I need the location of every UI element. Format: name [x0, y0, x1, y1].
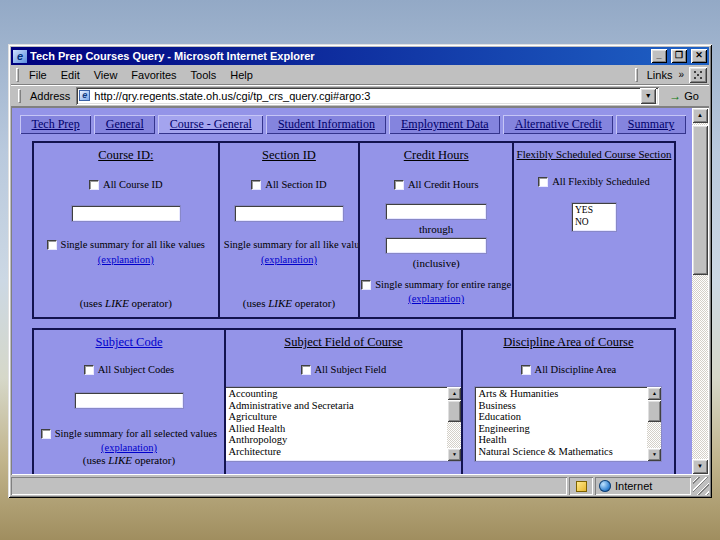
subject-code-input[interactable]	[75, 393, 183, 408]
list-option[interactable]: Agriculture	[228, 411, 447, 423]
go-button[interactable]: → Go	[663, 88, 705, 104]
discipline-area-options: Arts & HumanitiesBusinessEducationEngine…	[475, 387, 647, 461]
flexibly-scheduled-options: YESNO	[572, 203, 616, 231]
all-subject-field-checkbox[interactable]: All Subject Field	[301, 364, 387, 375]
flexibly-scheduled-listbox[interactable]: YESNO	[572, 203, 616, 231]
all-credit-hours-label: All Credit Hours	[408, 179, 479, 190]
list-option[interactable]: Allied Health	[228, 423, 447, 435]
subject-code-summary-label: Single summary for all selected values	[55, 428, 217, 439]
subject-code-heading-link[interactable]: Subject Code	[95, 335, 162, 350]
links-toolbar-label[interactable]: Links	[644, 67, 676, 83]
address-dropdown-button[interactable]: ▼	[640, 88, 656, 104]
close-button[interactable]: ✕	[691, 49, 707, 63]
checkbox-icon[interactable]	[538, 177, 548, 187]
list-option[interactable]: Natural Science & Mathematics	[478, 446, 647, 458]
discipline-area-listbox[interactable]: Arts & HumanitiesBusinessEducationEngine…	[475, 387, 661, 461]
course-id-like-note: (uses LIKE operator)	[80, 297, 172, 309]
addressbar-grip[interactable]	[18, 89, 21, 103]
tab-summary[interactable]: Summary	[616, 115, 686, 134]
subject-field-listbox[interactable]: AccountingAdministrative and SecretariaA…	[226, 387, 461, 461]
course-id-explanation-link[interactable]: (explanation)	[98, 254, 154, 265]
status-icon-segment	[569, 477, 593, 495]
section-id-input[interactable]	[235, 206, 343, 221]
scroll-thumb[interactable]	[647, 400, 661, 422]
minimize-button[interactable]: _	[651, 49, 667, 63]
page-icon: e	[79, 90, 90, 101]
list-option[interactable]: Arts & Humanities	[478, 388, 647, 400]
all-section-id-checkbox[interactable]: All Section ID	[251, 179, 326, 190]
maximize-button[interactable]: ❐	[671, 49, 687, 63]
list-option[interactable]: Anthropology	[228, 434, 447, 446]
scrollbar-thumb[interactable]	[692, 125, 708, 275]
menu-tools[interactable]: Tools	[184, 67, 224, 83]
credit-hours-to-input[interactable]	[386, 238, 486, 253]
checkbox-icon[interactable]	[301, 365, 311, 375]
resize-grip[interactable]	[693, 477, 709, 495]
tab-tech-prep[interactable]: Tech Prep	[20, 115, 91, 134]
list-option[interactable]: YES	[575, 204, 616, 216]
all-credit-hours-checkbox[interactable]: All Credit Hours	[394, 179, 479, 190]
subject-code-summary-checkbox[interactable]: Single summary for all selected values	[41, 428, 217, 439]
section-id-summary-checkbox[interactable]: Single summary for all like values	[220, 239, 361, 250]
checkbox-icon[interactable]	[521, 365, 531, 375]
course-id-summary-checkbox[interactable]: Single summary for all like values	[47, 239, 205, 250]
address-input[interactable]: e http://qry.regents.state.oh.us/cgi/tp_…	[76, 87, 659, 105]
section-id-explanation-link[interactable]: (explanation)	[261, 254, 317, 265]
scroll-down-icon[interactable]: ▼	[447, 448, 461, 461]
scroll-up-icon[interactable]: ▲	[692, 108, 708, 123]
credit-hours-summary-checkbox[interactable]: Single summary for entire range	[361, 279, 511, 290]
course-id-input[interactable]	[72, 206, 180, 221]
scroll-down-icon[interactable]: ▼	[647, 448, 661, 461]
menu-favorites[interactable]: Favorites	[124, 67, 183, 83]
scrollbar-track[interactable]	[692, 123, 708, 459]
address-url[interactable]: http://qry.regents.state.oh.us/cgi/tp_cr…	[94, 90, 636, 102]
credit-hours-from-input[interactable]	[386, 204, 486, 219]
tab-general[interactable]: General	[94, 115, 155, 134]
subject-code-explanation-link[interactable]: (explanation)	[101, 442, 157, 453]
menu-help[interactable]: Help	[223, 67, 260, 83]
chevron-right-icon[interactable]: »	[678, 69, 686, 80]
checkbox-icon[interactable]	[361, 280, 371, 290]
list-option[interactable]: Administrative and Secretaria	[228, 400, 447, 412]
tab-student-information[interactable]: Student Information	[266, 115, 386, 134]
checkbox-icon[interactable]	[84, 365, 94, 375]
discipline-area-scrollbar[interactable]: ▲ ▼	[647, 387, 661, 461]
list-option[interactable]: Architecture	[228, 446, 447, 458]
list-option[interactable]: Education	[478, 411, 647, 423]
subject-query-box: Subject Code All Subject Codes Single su…	[32, 328, 676, 474]
titlebar[interactable]: e Tech Prep Courses Query - Microsoft In…	[11, 47, 709, 65]
all-subject-codes-checkbox[interactable]: All Subject Codes	[84, 364, 174, 375]
scroll-up-icon[interactable]: ▲	[447, 387, 461, 400]
subject-field-scrollbar[interactable]: ▲ ▼	[447, 387, 461, 461]
tab-employment-data[interactable]: Employment Data	[389, 115, 500, 134]
scroll-up-icon[interactable]: ▲	[647, 387, 661, 400]
checkbox-icon[interactable]	[41, 429, 51, 439]
list-option[interactable]: Accounting	[228, 388, 447, 400]
tab-alternative-credit[interactable]: Alternative Credit	[503, 115, 613, 134]
menu-file[interactable]: File	[22, 67, 54, 83]
addressbar: Address e http://qry.regents.state.oh.us…	[11, 85, 709, 107]
scroll-down-icon[interactable]: ▼	[692, 459, 708, 474]
checkbox-icon[interactable]	[89, 180, 99, 190]
list-option[interactable]: Health	[478, 434, 647, 446]
list-option[interactable]: Business	[478, 400, 647, 412]
scroll-thumb[interactable]	[447, 400, 461, 422]
menu-view[interactable]: View	[87, 67, 125, 83]
tab-course-general[interactable]: Course - General	[158, 115, 263, 134]
all-subject-codes-label: All Subject Codes	[98, 364, 174, 375]
checkbox-icon[interactable]	[251, 180, 261, 190]
list-option[interactable]: NO	[575, 216, 616, 228]
all-course-id-checkbox[interactable]: All Course ID	[89, 179, 163, 190]
list-option[interactable]: Engineering	[478, 423, 647, 435]
links-toolbar-grip[interactable]	[635, 68, 638, 82]
all-flexibly-scheduled-checkbox[interactable]: All Flexibly Scheduled	[538, 176, 649, 187]
toolbar-grip[interactable]	[16, 68, 19, 82]
course-id-heading: Course ID:	[98, 148, 153, 163]
credit-hours-inclusive-label: (inclusive)	[413, 257, 460, 269]
checkbox-icon[interactable]	[394, 180, 404, 190]
checkbox-icon[interactable]	[47, 240, 57, 250]
menu-edit[interactable]: Edit	[54, 67, 87, 83]
page-scrollbar[interactable]: ▲ ▼	[692, 108, 708, 474]
credit-hours-explanation-link[interactable]: (explanation)	[408, 293, 464, 304]
all-discipline-area-checkbox[interactable]: All Discipline Area	[521, 364, 617, 375]
